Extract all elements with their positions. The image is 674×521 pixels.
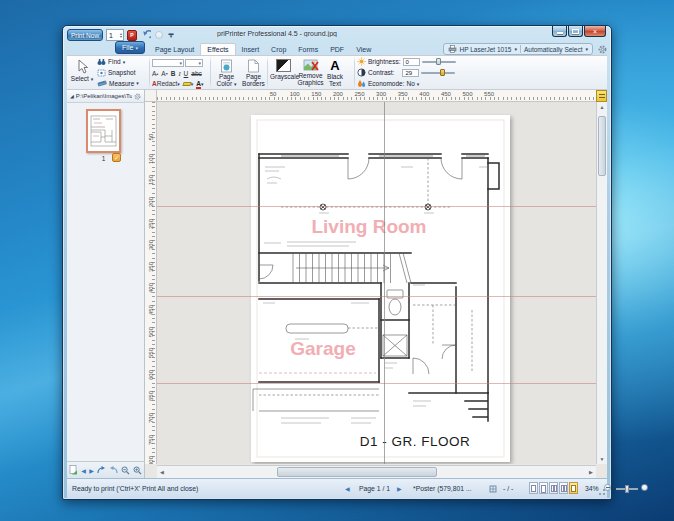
font-color-button[interactable]: A▾ (196, 80, 203, 87)
v-ruler-label: 700 (147, 412, 155, 424)
select-tool-button[interactable]: Select ▾ (69, 57, 95, 88)
print-preview-page[interactable]: Living Room Garage D1 - GR. FLOOR (251, 115, 510, 462)
v-ruler: 5010015020025030035040045050055060065070… (145, 102, 157, 464)
scroll-down-icon[interactable]: ▼ (597, 454, 607, 464)
view-mode-book-button[interactable] (559, 482, 568, 494)
paper-source-select[interactable]: Automatically Select (524, 46, 583, 53)
vertical-scroll-thumb[interactable] (598, 116, 606, 176)
tab-effects[interactable]: Effects (200, 43, 235, 55)
measure-button[interactable]: Measure▾ (95, 78, 141, 88)
grayscale-button[interactable]: Grayscale (270, 57, 297, 88)
brightness-slider[interactable] (422, 61, 456, 63)
page-color-button[interactable]: Page Color ▾ (213, 57, 240, 88)
add-page-icon[interactable] (69, 466, 78, 475)
file-menu-button[interactable]: File▾ (115, 41, 145, 54)
redact-label: Redact (157, 80, 178, 87)
view-mode-poster-button[interactable] (569, 482, 578, 494)
poster-cut-line (157, 206, 598, 207)
highlight-button[interactable]: ▾ (183, 80, 194, 87)
status-poster-text[interactable]: *Poster (579,801 ... (413, 485, 472, 492)
font-size-select[interactable]: ▾ (185, 59, 203, 67)
status-prev-page-icon[interactable]: ◀ (345, 485, 350, 492)
contrast-input[interactable]: 29 (402, 69, 419, 77)
economode-select[interactable]: No ▾ (407, 80, 420, 87)
panel-collapse-icon[interactable]: ◢ (70, 93, 74, 99)
status-next-page-icon[interactable]: ▶ (397, 485, 402, 492)
window-bottom-border (63, 496, 611, 499)
prev-page-icon[interactable]: ◀ (81, 466, 86, 475)
tab-page-layout[interactable]: Page Layout (149, 43, 200, 55)
titlebar[interactable]: Print Now 1▴▾ P ▬▾ priPrinter Profession… (63, 26, 611, 43)
vertical-scrollbar[interactable]: ▲ ▼ (596, 102, 607, 464)
view-mode-continuous-button[interactable] (539, 482, 548, 494)
printer-settings-gear-icon[interactable] (597, 44, 607, 54)
thumbnail-selected-badge: ✓ (112, 153, 121, 162)
page-thumbnail[interactable] (86, 109, 121, 153)
view-mode-facing-button[interactable] (549, 482, 558, 494)
close-button[interactable]: × (584, 26, 606, 37)
rotate-right-icon[interactable] (109, 466, 118, 475)
poster-cut-line-vertical (384, 102, 385, 464)
ribbon-group-graphics: Grayscale Remove Graphics A Black Text (268, 56, 354, 89)
contrast-slider[interactable] (421, 72, 455, 74)
remove-graphics-button[interactable]: Remove Graphics (297, 57, 324, 88)
strikethrough-button[interactable]: abc (191, 70, 201, 77)
tab-forms[interactable]: Forms (292, 43, 324, 55)
poster-cut-line (157, 383, 598, 384)
h-ruler-label: 50 (270, 91, 277, 97)
h-ruler-label: 450 (441, 91, 451, 97)
v-ruler-label: 250 (147, 218, 155, 230)
horizontal-scrollbar[interactable]: ◀ ▶ (157, 465, 596, 478)
pdf-export-icon[interactable]: P (126, 29, 138, 41)
page-borders-button[interactable]: Page Borders (240, 57, 267, 88)
minimize-button[interactable] (552, 26, 567, 37)
tab-pdf[interactable]: PDF (324, 43, 350, 55)
shrink-font-button[interactable]: A▾ (161, 70, 167, 77)
h-ruler-label: 500 (462, 91, 472, 97)
tab-view[interactable]: View (350, 43, 377, 55)
ribbon-tab-row: File▾ Page LayoutEffectsInsertCropFormsP… (67, 43, 607, 55)
undo-icon[interactable] (140, 29, 152, 41)
h-ruler-label: 400 (419, 91, 429, 97)
copies-input[interactable]: 1▴▾ (106, 29, 124, 41)
v-ruler-label: 400 (147, 282, 155, 294)
poster-grid-icon[interactable] (489, 485, 497, 494)
bold-button[interactable]: B (171, 70, 176, 77)
thumbnail-plan-sketch (88, 111, 119, 151)
view-mode-single-button[interactable] (529, 482, 538, 494)
next-page-icon[interactable]: ▶ (89, 466, 94, 475)
printer-select[interactable]: HP LaserJet 1015 (460, 46, 512, 53)
ribbon-group-page: Page Color ▾ Page Borders (211, 56, 267, 89)
remove-graphics-label: Remove Graphics (297, 72, 324, 86)
v-ruler-label: 550 (147, 347, 155, 359)
ruler-options-button[interactable] (596, 90, 607, 102)
tab-insert[interactable]: Insert (236, 43, 266, 55)
scroll-right-icon[interactable]: ▶ (586, 466, 596, 478)
panel-gear-icon[interactable] (134, 93, 141, 100)
find-button[interactable]: Find▾ (95, 57, 141, 67)
page-scroll-area[interactable]: Living Room Garage D1 - GR. FLOOR (157, 102, 598, 464)
zoom-slider[interactable] (616, 488, 638, 490)
horizontal-scroll-thumb[interactable] (277, 467, 437, 477)
grow-font-button[interactable]: A▴ (152, 70, 158, 77)
fit-page-button[interactable] (641, 484, 648, 492)
redo-icon[interactable] (153, 29, 165, 41)
maximize-button[interactable] (568, 26, 583, 37)
black-text-button[interactable]: A Black Text (324, 57, 346, 88)
italic-button[interactable]: I (178, 70, 180, 77)
zoom-in-icon[interactable] (133, 466, 142, 475)
copies-spinner-icon[interactable]: ▴▾ (120, 32, 123, 38)
scroll-left-icon[interactable]: ◀ (157, 466, 167, 478)
scroll-up-icon[interactable]: ▲ (597, 102, 607, 112)
zoom-out-icon[interactable] (121, 466, 130, 475)
brightness-input[interactable]: 0 (403, 58, 420, 66)
underline-button[interactable]: U (184, 70, 189, 77)
redact-button[interactable]: ARedact▾ (152, 80, 180, 87)
window-title: priPrinter Professional 4.5 - ground.jpg (173, 30, 381, 37)
print-now-button[interactable]: Print Now (67, 29, 103, 41)
font-family-select[interactable]: ▾ (152, 59, 184, 67)
rotate-left-icon[interactable] (97, 466, 106, 475)
v-ruler-label: 650 (147, 390, 155, 402)
snapshot-button[interactable]: Snapshot (95, 68, 141, 78)
tab-crop[interactable]: Crop (265, 43, 292, 55)
